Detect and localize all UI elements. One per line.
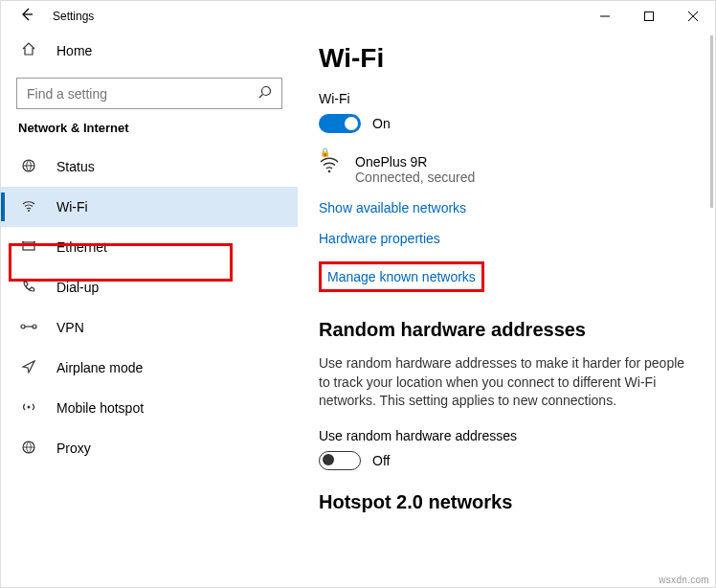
svg-point-17 [328,170,331,173]
sidebar-item-label: Mobile hotspot [56,400,144,416]
svg-point-5 [262,87,271,96]
back-icon[interactable] [18,7,35,26]
vpn-icon [18,319,39,337]
watermark: wsxdn.com [659,575,709,585]
sidebar-item-label: Ethernet [56,239,107,255]
proxy-icon [18,440,39,458]
search-input[interactable] [16,78,282,109]
close-button[interactable] [671,1,715,32]
wifi-toggle[interactable] [319,114,361,133]
maximize-button[interactable] [627,1,671,32]
wifi-secured-icon: 🔒 [319,154,342,185]
sidebar-item-label: VPN [56,320,84,335]
svg-point-13 [33,325,36,328]
hotspot-section-head: Hotspot 2.0 networks [319,491,694,513]
titlebar: Settings [1,1,715,32]
wifi-label: Wi-Fi [319,91,694,106]
link-hardware-properties[interactable]: Hardware properties [319,231,694,246]
sidebar-item-proxy[interactable]: Proxy [1,428,298,468]
sidebar-item-label: Dial-up [56,280,99,295]
sidebar-item-status[interactable]: Status [1,147,298,187]
page-title: Wi-Fi [319,43,694,74]
svg-point-12 [21,325,25,328]
main-panel: Wi-Fi Wi-Fi On 🔒 OnePlus 9R Connected, s… [298,32,715,587]
ethernet-icon [18,238,39,257]
dialup-icon [18,279,39,297]
status-icon [18,158,39,176]
airplane-icon [18,359,39,377]
search-field[interactable] [27,86,258,102]
window-title: Settings [53,10,94,23]
sidebar-item-ethernet[interactable]: Ethernet [1,227,298,267]
sidebar-item-vpn[interactable]: VPN [1,307,298,348]
sidebar-home-label: Home [56,43,92,58]
random-toggle-state: Off [372,453,390,468]
window-controls [583,1,715,32]
home-icon [18,41,39,60]
random-toggle[interactable] [319,451,361,470]
wifi-icon [18,198,39,216]
sidebar-item-label: Proxy [56,441,91,456]
sidebar: Home Network & Internet Status Wi-Fi Eth… [1,32,298,587]
sidebar-item-label: Wi-Fi [56,199,88,215]
sidebar-category: Network & Internet [18,121,298,135]
hotspot-icon [18,399,39,418]
sidebar-item-label: Airplane mode [56,360,143,375]
network-status: Connected, secured [355,170,475,185]
svg-rect-11 [34,241,35,242]
svg-rect-2 [645,12,654,21]
random-section-body: Use random hardware addresses to make it… [319,354,694,411]
svg-point-15 [28,405,31,408]
random-toggle-label: Use random hardware addresses [319,428,694,443]
network-name: OnePlus 9R [355,154,475,170]
annotation-highlight-manage: Manage known networks [319,261,484,292]
sidebar-item-dialup[interactable]: Dial-up [1,267,298,307]
svg-rect-10 [22,241,24,242]
sidebar-item-hotspot[interactable]: Mobile hotspot [1,388,298,428]
svg-rect-9 [23,242,34,250]
search-icon [258,85,272,102]
link-manage-known[interactable]: Manage known networks [327,269,476,284]
sidebar-item-wifi[interactable]: Wi-Fi [1,187,298,227]
sidebar-home[interactable]: Home [1,32,298,70]
scrollbar[interactable] [710,35,713,208]
svg-line-6 [259,95,263,99]
svg-point-8 [28,210,30,212]
current-network[interactable]: 🔒 OnePlus 9R Connected, secured [319,154,694,185]
sidebar-item-airplane[interactable]: Airplane mode [1,348,298,388]
wifi-state: On [372,116,391,131]
minimize-button[interactable] [583,1,627,32]
link-show-available[interactable]: Show available networks [319,200,694,215]
sidebar-item-label: Status [56,159,95,174]
random-section-head: Random hardware addresses [319,319,694,341]
